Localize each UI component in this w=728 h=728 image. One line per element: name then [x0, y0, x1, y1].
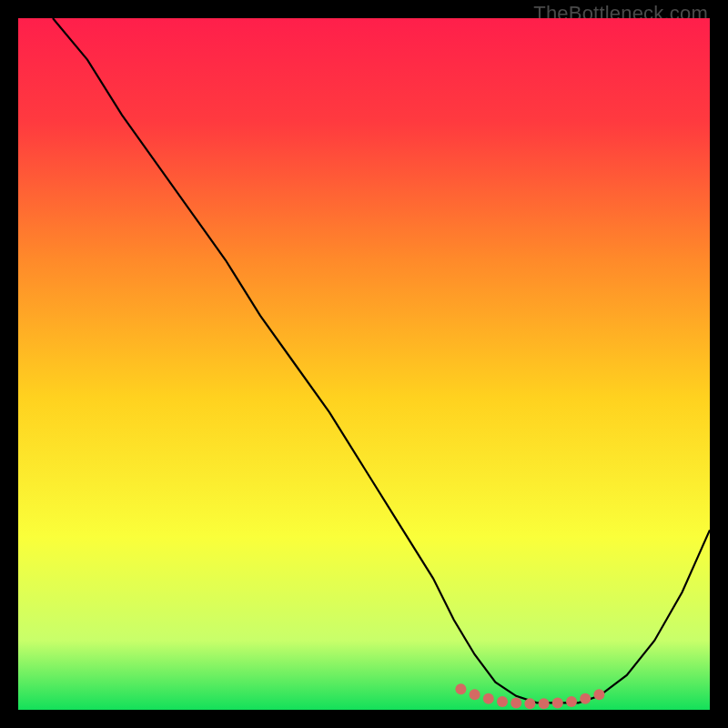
- highlight-dot: [539, 698, 550, 709]
- highlight-dot: [524, 698, 535, 709]
- highlight-dot: [593, 689, 604, 700]
- highlight-dot: [511, 697, 521, 708]
- highlight-dot: [483, 693, 494, 704]
- highlight-dot: [497, 696, 508, 707]
- highlight-dot: [470, 689, 480, 700]
- chart-frame: [18, 18, 710, 710]
- highlight-dot: [552, 697, 563, 708]
- highlight-dot: [566, 696, 577, 707]
- bottleneck-chart: [18, 18, 710, 710]
- highlight-dot: [455, 683, 466, 694]
- highlight-dot: [580, 693, 591, 704]
- chart-background: [18, 18, 710, 710]
